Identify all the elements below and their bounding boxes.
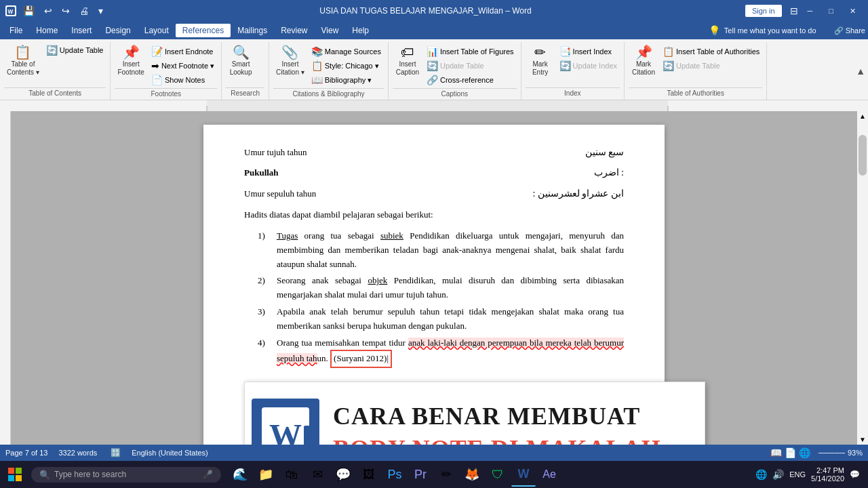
- show-notes-button[interactable]: 📄 Show Notes: [149, 73, 217, 87]
- maximize-button[interactable]: □: [822, 4, 840, 18]
- update-index-button[interactable]: 🔄 Update Index: [557, 59, 620, 73]
- scroll-down[interactable]: ▼: [858, 434, 867, 445]
- list-item-4: 4) Orang tua memisahkan tempat tidur ana…: [258, 336, 624, 369]
- toc-button[interactable]: 📋 Table ofContents ▾: [4, 43, 42, 79]
- smart-lookup-button[interactable]: 🔍 SmartLookup: [226, 43, 256, 79]
- manage-sources-button[interactable]: 📚 Manage Sources: [309, 45, 384, 58]
- cross-reference-button[interactable]: 🔗 Cross-reference: [424, 73, 517, 87]
- start-button[interactable]: [3, 462, 27, 487]
- taskbar-ae[interactable]: Ae: [537, 462, 561, 487]
- arabic-2: : اضرب: [594, 165, 624, 180]
- taskbar-network[interactable]: 🌐: [755, 469, 767, 480]
- insert-citation-icon: 📎: [281, 45, 298, 59]
- print-button[interactable]: 🖨: [77, 4, 92, 18]
- web-layout-button[interactable]: 🌐: [799, 447, 810, 458]
- taskbar-photos[interactable]: 🖼: [357, 462, 381, 487]
- menu-review[interactable]: Review: [274, 24, 314, 37]
- style-dropdown[interactable]: 📋 Style: Chicago ▾: [309, 59, 384, 73]
- language-icon: 🔡: [111, 448, 121, 458]
- mark-citation-button[interactable]: 📌 MarkCitation: [629, 43, 658, 79]
- mark-entry-icon: ✏: [534, 45, 546, 59]
- menu-view[interactable]: View: [315, 24, 346, 37]
- menu-insert[interactable]: Insert: [64, 24, 98, 37]
- next-footnote-button[interactable]: ➡ Next Footnote ▾: [149, 59, 217, 73]
- insert-index-button[interactable]: 📑 Insert Index: [557, 45, 620, 58]
- menu-references[interactable]: References: [176, 24, 231, 37]
- taskbar-pencil[interactable]: ✏: [434, 462, 458, 487]
- taskbar-edge[interactable]: 🌊: [228, 462, 252, 487]
- ribbon-group-captions: 🏷 InsertCaption 📊 Insert Table of Figure…: [389, 42, 521, 100]
- thumbnail-text: CARA BENAR MEMBUAT BODY NOTE DI MAKALAH: [333, 403, 698, 445]
- insert-table-figures-icon: 📊: [427, 46, 438, 57]
- insert-index-icon: 📑: [559, 46, 571, 57]
- view-toggle[interactable]: ⊟: [790, 5, 798, 16]
- document-area[interactable]: Umur tujuh tahun سبع سنين Pukullah : اضر…: [11, 111, 857, 445]
- taskbar-explorer[interactable]: 📁: [254, 462, 278, 487]
- toc-group-label: Table of Contents: [4, 87, 106, 98]
- taskbar-whatsapp[interactable]: 💬: [331, 462, 355, 487]
- menu-mailings[interactable]: Mailings: [231, 24, 274, 37]
- menu-file[interactable]: File: [3, 24, 29, 37]
- menu-help[interactable]: Help: [345, 24, 376, 37]
- update-table-button[interactable]: 🔄 Update Table: [43, 43, 106, 57]
- update-table-fig-button[interactable]: 🔄 Update Table: [424, 59, 517, 73]
- taskbar-mail[interactable]: ✉: [305, 462, 330, 487]
- taskbar-store[interactable]: 🛍: [279, 462, 304, 487]
- ribbon-group-toc: 📋 Table ofContents ▾ 🔄 Update Table Tabl…: [0, 42, 111, 100]
- undo-button[interactable]: ↩: [41, 4, 55, 18]
- signin-button[interactable]: Sign in: [745, 5, 782, 17]
- captions-group-label: Captions: [393, 88, 517, 99]
- insert-authorities-button[interactable]: 📋 Insert Table of Authorities: [660, 45, 762, 58]
- manage-sources-icon: 📚: [311, 46, 323, 57]
- notification-button[interactable]: 💬: [850, 470, 860, 479]
- insert-footnote-button[interactable]: 📌 InsertFootnote: [115, 43, 146, 79]
- taskbar-pr[interactable]: Pr: [408, 462, 433, 487]
- mic-icon[interactable]: 🎤: [203, 470, 213, 479]
- clock-date: 5/14/2020: [811, 474, 844, 483]
- insert-footnote-icon: 📌: [123, 45, 140, 59]
- insert-caption-button[interactable]: 🏷 InsertCaption: [393, 43, 422, 79]
- svg-rect-6: [8, 468, 14, 474]
- smart-lookup-label: SmartLookup: [230, 60, 252, 77]
- menu-layout[interactable]: Layout: [138, 24, 176, 37]
- search-icon: 🔍: [39, 470, 50, 480]
- list-content-1: Tugas orang tua sebagai subiek Pendidika…: [277, 229, 624, 271]
- menu-home[interactable]: Home: [29, 24, 64, 37]
- scroll-up[interactable]: ▲: [858, 111, 867, 121]
- share-button[interactable]: 🔗 Share: [834, 26, 865, 35]
- save-button[interactable]: 💾: [20, 4, 37, 18]
- read-mode-button[interactable]: 📖: [770, 447, 782, 458]
- taskbar-search[interactable]: 🔍 🎤: [31, 467, 221, 483]
- search-input[interactable]: [54, 470, 199, 479]
- redo-button[interactable]: ↪: [59, 4, 73, 18]
- label-umur-sepuluh: Umur sepuluh tahun: [244, 187, 316, 201]
- minimize-button[interactable]: ─: [801, 4, 820, 18]
- word-icon: W: [5, 5, 16, 16]
- close-button[interactable]: ✕: [843, 4, 863, 18]
- insert-authorities-icon: 📋: [663, 46, 674, 57]
- citations-group-label: Citations & Bibliography: [273, 88, 384, 99]
- taskbar-antivirus[interactable]: 🛡: [486, 462, 510, 487]
- status-bar: Page 7 of 13 3322 words 🔡 English (Unite…: [0, 445, 868, 461]
- insert-endnote-button[interactable]: 📝 Insert Endnote: [149, 45, 217, 58]
- taskbar-firefox[interactable]: 🦊: [460, 462, 484, 487]
- menu-design[interactable]: Design: [98, 24, 137, 37]
- insert-footnote-label: InsertFootnote: [117, 60, 144, 77]
- mark-entry-button[interactable]: ✏ MarkEntry: [526, 43, 555, 79]
- bibliography-button[interactable]: 📖 Bibliography ▾: [309, 73, 384, 87]
- taskbar-word[interactable]: W: [511, 462, 536, 487]
- scroll-thumb[interactable]: [859, 135, 867, 176]
- print-layout-button[interactable]: 📄: [785, 447, 796, 458]
- ribbon-collapse[interactable]: ▲: [856, 66, 865, 77]
- taskbar-sound[interactable]: 🔊: [772, 469, 784, 480]
- insert-citation-button[interactable]: 📎 InsertCitation ▾: [273, 43, 307, 79]
- tell-me-menu[interactable]: Tell me what you want to do: [724, 26, 816, 35]
- thumb-line1: CARA BENAR MEMBUAT: [333, 403, 698, 430]
- vertical-scrollbar[interactable]: ▲ ▼: [857, 111, 868, 445]
- taskbar-ps[interactable]: Ps: [382, 462, 407, 487]
- insert-table-figures-button[interactable]: 📊 Insert Table of Figures: [424, 45, 517, 58]
- insert-caption-icon: 🏷: [401, 45, 414, 59]
- qat-dropdown[interactable]: ▾: [96, 4, 106, 18]
- list-content-2: Seorang anak sebagai objek Pendidikan, m…: [277, 274, 624, 302]
- update-authorities-button[interactable]: 🔄 Update Table: [660, 59, 762, 73]
